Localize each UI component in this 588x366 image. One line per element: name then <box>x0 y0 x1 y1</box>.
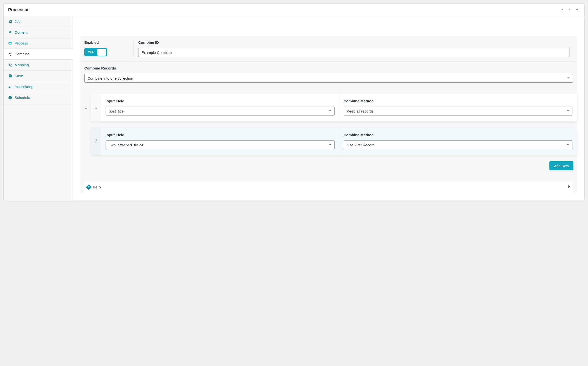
sliders-icon <box>8 20 12 23</box>
table-row: 1 1 Input Field post_title <box>80 93 577 121</box>
panel-header-actions <box>560 7 580 13</box>
sidebar-item-schedule[interactable]: Schedule <box>4 92 73 103</box>
triangle-up-icon[interactable] <box>574 7 580 13</box>
sidebar-item-label: Housekeep <box>15 85 33 89</box>
help-label: Help <box>93 185 101 189</box>
panel-title: Processor <box>8 7 29 12</box>
broom-icon <box>8 85 12 89</box>
processor-panel: Processor Job <box>3 3 585 200</box>
rows-wrapper: 1 1 Input Field post_title <box>80 88 577 181</box>
chevron-right-icon <box>568 185 570 189</box>
sidebar-item-label: Process <box>15 41 28 45</box>
input-field-label: Input Field <box>106 133 335 137</box>
clock-icon <box>8 96 12 100</box>
combine-records-select[interactable]: Combine into one collection <box>84 74 573 83</box>
sidebar-item-job[interactable]: Job <box>4 16 73 27</box>
search-content-icon <box>8 30 12 34</box>
input-field-col: Input Field post_title <box>101 93 339 121</box>
input-field-label: Input Field <box>106 99 335 103</box>
combine-method-label: Combine Method <box>344 99 573 103</box>
toggle-knob <box>97 49 106 56</box>
combine-records-label: Combine Records <box>84 66 573 70</box>
help-accordion[interactable]: ? Help <box>84 181 573 193</box>
sidebar-item-combine[interactable]: Combine <box>4 49 73 60</box>
combine-id-input[interactable] <box>138 48 569 57</box>
enabled-toggle-value: Yes <box>85 50 97 54</box>
combine-method-col: Combine Method Keep all records <box>339 93 577 121</box>
sidebar-item-label: Schedule <box>15 95 30 100</box>
row-inner-index: 1 <box>91 93 101 121</box>
row-card: 1 Input Field post_title Combine Method <box>91 93 577 121</box>
enabled-toggle[interactable]: Yes <box>84 48 107 56</box>
row-inner-index: 2 <box>91 127 101 155</box>
combine-id-label: Combine ID <box>138 40 569 45</box>
sidebar-item-process[interactable]: Process <box>4 38 73 49</box>
combine-method-select[interactable]: Keep all records <box>344 107 573 115</box>
help-icon: ? <box>86 184 92 190</box>
input-field-select[interactable]: _wp_attached_file->0 <box>106 140 335 149</box>
save-icon <box>8 74 12 78</box>
sidebar-item-label: Mapping <box>15 63 29 67</box>
main-content: Enabled Yes Combine ID Combin <box>73 16 584 200</box>
merge-icon <box>8 52 12 56</box>
combine-method-label: Combine Method <box>344 133 573 137</box>
row-card: 2 Input Field _wp_attached_file->0 Combi <box>91 127 577 155</box>
enabled-label: Enabled <box>84 40 131 45</box>
sidebar-item-housekeep[interactable]: Housekeep <box>4 81 73 92</box>
sidebar-item-save[interactable]: Save <box>4 70 73 81</box>
panel-header: Processor <box>4 4 584 16</box>
sidebar-item-label: Combine <box>15 52 29 56</box>
shuffle-icon <box>8 63 12 67</box>
row-outer-index <box>80 127 91 155</box>
combine-method-col: Combine Method Use First Record <box>339 127 577 155</box>
sidebar-item-label: Job <box>15 19 21 23</box>
chevron-down-icon[interactable] <box>567 7 572 13</box>
sidebar-item-content[interactable]: Content <box>4 27 73 38</box>
sidebar: Job Content Process Combine <box>4 16 73 200</box>
table-row: 2 Input Field _wp_attached_file->0 Combi <box>80 127 577 155</box>
form-top-row: Enabled Yes Combine ID <box>80 36 577 61</box>
combine-records-row: Combine Records Combine into one collect… <box>80 61 577 88</box>
input-field-select[interactable]: post_title <box>106 107 335 115</box>
panel-body: Job Content Process Combine <box>4 16 584 200</box>
layers-icon <box>8 41 12 45</box>
input-field-col: Input Field _wp_attached_file->0 <box>101 127 339 155</box>
row-outer-index: 1 <box>80 93 91 121</box>
chevron-up-icon[interactable] <box>560 7 565 13</box>
form-card: Enabled Yes Combine ID Combin <box>80 36 577 193</box>
enabled-cell: Enabled Yes <box>84 40 134 57</box>
sidebar-item-label: Save <box>15 74 23 78</box>
sidebar-item-mapping[interactable]: Mapping <box>4 60 73 70</box>
add-row-button[interactable]: Add Row <box>549 161 573 170</box>
combine-id-cell: Combine ID <box>134 40 573 57</box>
combine-method-select[interactable]: Use First Record <box>344 140 573 149</box>
sidebar-item-label: Content <box>15 30 28 34</box>
